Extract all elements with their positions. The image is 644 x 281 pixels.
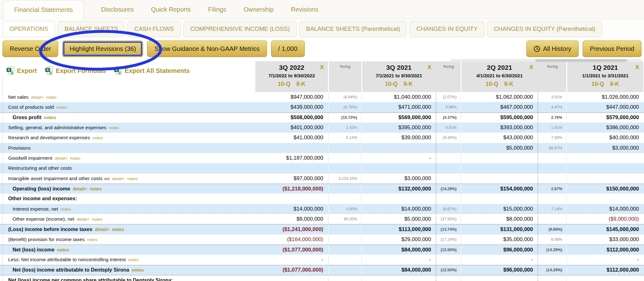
pct-chg-cell: 80.00%	[329, 214, 362, 224]
notes-link[interactable]: notes	[92, 135, 103, 140]
nav-tab-revisions[interactable]: Revisions	[291, 6, 318, 13]
button-show-guidance-non-gaap-metrics[interactable]: Show Guidance & Non-GAAP Metrics	[147, 41, 267, 57]
notes-link[interactable]: notes	[87, 237, 97, 242]
row-label-cell: Net (loss) income per common share attri…	[0, 278, 255, 281]
row-label[interactable]: Other expense (income), net	[13, 216, 74, 222]
button-previous-period[interactable]: Previous Period	[583, 41, 641, 57]
stmt-tab-cash-flows[interactable]: CASH FLOWS	[127, 21, 181, 37]
stmt-tab-changes-in-equity-parenthetical[interactable]: CHANGES IN EQUITY (Parenthetical)	[487, 21, 602, 37]
row-label[interactable]: Less: Net income attributable to noncont…	[8, 257, 126, 262]
pct-chg-header: %chg	[436, 61, 461, 92]
export-link-export[interactable]: XExport	[6, 66, 37, 75]
notes-link[interactable]: notes	[132, 267, 144, 273]
detail-link[interactable]: detail+	[55, 156, 67, 161]
button-all-history[interactable]: All History	[526, 41, 579, 57]
stmt-tab-balance-sheets-parenthetical[interactable]: BALANCE SHEETS (Parenthetical)	[299, 21, 407, 37]
pct-chg-cell	[329, 255, 362, 265]
pct-chg-cell	[329, 143, 362, 153]
table-row-restructuring-and-other-costs: Restructuring and other costs	[0, 163, 644, 173]
row-label[interactable]: Cost of products sold	[8, 104, 54, 110]
button-reverse-order[interactable]: Reverse Order	[3, 41, 58, 57]
excel-icon: X	[114, 66, 122, 75]
export-link-export-all-statements[interactable]: XExport All Statements	[114, 66, 190, 75]
pct-chg-cell: (12.50%)	[436, 245, 461, 255]
nav-tab-financial-statements[interactable]: Financial Statements	[3, 0, 84, 19]
filing-link-10-q[interactable]: 10-Q	[385, 81, 397, 87]
notes-link[interactable]: notes	[57, 105, 67, 110]
stmt-tab-operations[interactable]: OPERATIONS	[3, 21, 55, 37]
stmt-tab-comprehensive-income-loss[interactable]: COMPREHENSIVE INCOME (LOSS)	[183, 21, 297, 37]
filing-link-10-q[interactable]: 10-Q	[591, 81, 604, 87]
pct-chg-cell: (14.29%)	[538, 265, 567, 275]
close-column-x[interactable]: X	[320, 64, 324, 71]
value-cell: $8,000,000	[461, 214, 538, 224]
close-column-x[interactable]: X	[427, 64, 431, 71]
notes-link[interactable]: notes	[70, 156, 80, 161]
notes-link[interactable]: notes	[46, 95, 57, 100]
value-cell: $1,026,000,000	[567, 92, 644, 102]
filing-link-8-k[interactable]: 8-K	[610, 81, 619, 87]
row-label-cell: Net (loss) incomenotes	[0, 247, 255, 253]
button-highlight-revisions-36[interactable]: Highlight Revisions (36)	[62, 41, 143, 57]
notes-link[interactable]: notes	[90, 186, 102, 191]
value-cell: $14,000,000	[567, 204, 644, 214]
close-column-x[interactable]: X	[529, 64, 533, 71]
row-label: Provisions	[8, 145, 31, 151]
nav-tab-quick-reports[interactable]: Quick Reports	[151, 6, 191, 13]
detail-link[interactable]: detail+	[77, 217, 89, 222]
value-cell: $145,000,000	[567, 224, 644, 234]
notes-link[interactable]: notes	[109, 125, 119, 130]
filing-link-10-q[interactable]: 10-Q	[278, 81, 290, 87]
value-cell: $40,000,000	[567, 133, 644, 143]
value-cell: -	[362, 153, 436, 163]
notes-link[interactable]: notes	[61, 207, 71, 212]
stmt-tab-changes-in-equity[interactable]: CHANGES IN EQUITY	[409, 21, 484, 37]
notes-link[interactable]: notes	[92, 217, 103, 222]
value-cell: $97,000,000	[255, 174, 329, 184]
row-label-cell: Goodwill impairmentdetail+notes	[0, 155, 255, 161]
period-header-1q-2021: 1Q 2021X1/1/2021 to 3/31/202110-Q8-K	[567, 61, 643, 92]
value-cell: $386,000,000	[567, 123, 644, 133]
detail-link[interactable]: detail+	[73, 186, 87, 191]
table-row-interest-expense-net: Interest expense, netnotes$14,000,0000.0…	[0, 204, 644, 214]
notes-link[interactable]: notes	[44, 115, 56, 120]
stmt-tab-balance-sheets[interactable]: BALANCE SHEETS	[58, 21, 125, 37]
horizontal-scrollbar-thumb[interactable]	[535, 59, 627, 62]
detail-link[interactable]: detail+	[31, 95, 44, 100]
row-label[interactable]: Intangible asset impairment and other co…	[8, 176, 103, 181]
horizontal-scrollbar-track[interactable]	[451, 59, 641, 62]
value-cell: $1,040,000,000	[362, 92, 436, 102]
value-cell: -	[567, 255, 644, 265]
period-filing-links: 10-Q8-K	[362, 81, 436, 87]
row-label[interactable]: (Benefit) provision for income taxes	[8, 237, 85, 242]
row-label: Operating (loss) income	[13, 186, 70, 191]
value-cell	[255, 275, 329, 281]
detail-link[interactable]: detail+	[112, 176, 125, 181]
value-cell	[567, 275, 644, 281]
value-cell: $579,000,000	[567, 113, 644, 123]
filing-link-10-q[interactable]: 10-Q	[486, 81, 498, 87]
notes-link[interactable]: notes	[57, 247, 69, 252]
value-cell	[461, 153, 538, 163]
row-label-cell: Research and development expensesnotes	[0, 135, 255, 140]
table-row-selling-general-and-administrative-expen: Selling, general, and administrative exp…	[0, 123, 644, 133]
pct-chg-cell	[436, 174, 461, 184]
notes-link[interactable]: notes	[112, 227, 124, 232]
close-column-x[interactable]: X	[635, 64, 639, 71]
detail-link[interactable]: detail+	[95, 227, 109, 232]
export-link-export-formulas[interactable]: XExport Formulas	[45, 66, 106, 75]
excel-icon: X	[6, 66, 14, 75]
button-1-000[interactable]: / 1,000	[271, 41, 305, 57]
nav-tab-filings[interactable]: Filings	[208, 6, 226, 13]
filing-link-8-k[interactable]: 8-K	[404, 81, 413, 87]
pct-chg-cell: (37.50%)	[436, 214, 461, 224]
notes-link[interactable]: notes	[128, 257, 139, 262]
nav-tab-disclosures[interactable]: Disclosures	[101, 6, 134, 13]
filing-link-8-k[interactable]: 8-K	[504, 81, 514, 87]
table-row-goodwill-impairment: Goodwill impairmentdetail+notes$1,187,00…	[0, 153, 644, 163]
nav-tab-ownership[interactable]: Ownership	[244, 6, 274, 13]
value-cell	[567, 194, 644, 204]
notes-link[interactable]: notes	[127, 176, 138, 181]
table-body: Net salesdetail+notes$947,000,000(8.94%)…	[0, 92, 644, 281]
filing-link-8-k[interactable]: 8-K	[297, 81, 306, 87]
